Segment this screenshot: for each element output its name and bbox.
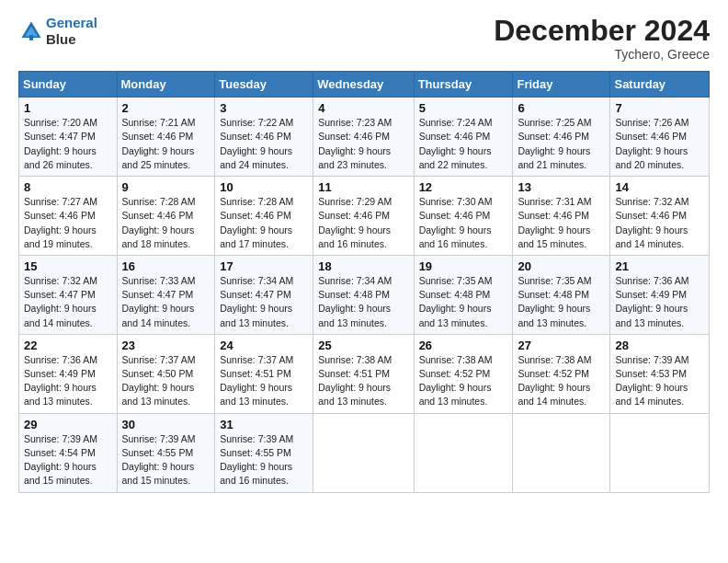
calendar-cell — [610, 413, 710, 492]
logo-icon — [18, 18, 44, 44]
weekday-header-friday: Friday — [513, 72, 610, 98]
calendar-cell: 27 Sunrise: 7:38 AMSunset: 4:52 PMDaylig… — [513, 334, 610, 413]
calendar-cell: 16 Sunrise: 7:33 AMSunset: 4:47 PMDaylig… — [117, 255, 215, 334]
day-info: Sunrise: 7:23 AMSunset: 4:46 PMDaylight:… — [318, 117, 392, 170]
calendar-week-1: 1 Sunrise: 7:20 AMSunset: 4:47 PMDayligh… — [19, 98, 710, 177]
calendar-cell: 21 Sunrise: 7:36 AMSunset: 4:49 PMDaylig… — [610, 255, 710, 334]
calendar-cell: 20 Sunrise: 7:35 AMSunset: 4:48 PMDaylig… — [513, 255, 610, 334]
day-number: 27 — [518, 339, 605, 352]
day-info: Sunrise: 7:28 AMSunset: 4:46 PMDaylight:… — [220, 196, 293, 249]
day-info: Sunrise: 7:38 AMSunset: 4:52 PMDaylight:… — [518, 354, 591, 408]
calendar-cell: 26 Sunrise: 7:38 AMSunset: 4:52 PMDaylig… — [414, 334, 513, 413]
weekday-header-tuesday: Tuesday — [215, 72, 313, 98]
weekday-header-saturday: Saturday — [610, 72, 710, 98]
day-info: Sunrise: 7:33 AMSunset: 4:47 PMDaylight:… — [122, 275, 196, 328]
day-number: 21 — [615, 259, 704, 273]
day-info: Sunrise: 7:39 AMSunset: 4:54 PMDaylight:… — [24, 433, 97, 487]
day-number: 11 — [318, 180, 408, 194]
calendar-table: SundayMondayTuesdayWednesdayThursdayFrid… — [18, 71, 710, 492]
calendar-cell: 29 Sunrise: 7:39 AMSunset: 4:54 PMDaylig… — [19, 413, 118, 492]
title-area: December 2024 Tychero, Greece — [494, 15, 710, 62]
day-number: 3 — [220, 101, 308, 115]
day-info: Sunrise: 7:38 AMSunset: 4:51 PMDaylight:… — [318, 354, 392, 408]
calendar-cell: 5 Sunrise: 7:24 AMSunset: 4:46 PMDayligh… — [414, 98, 513, 177]
day-number: 30 — [122, 418, 210, 431]
svg-rect-2 — [29, 35, 33, 40]
calendar-cell: 12 Sunrise: 7:30 AMSunset: 4:46 PMDaylig… — [414, 177, 513, 256]
calendar-cell: 6 Sunrise: 7:25 AMSunset: 4:46 PMDayligh… — [513, 98, 610, 177]
logo-line1: General — [46, 15, 97, 30]
day-number: 9 — [122, 180, 210, 194]
weekday-header-wednesday: Wednesday — [313, 72, 414, 98]
day-info: Sunrise: 7:39 AMSunset: 4:55 PMDaylight:… — [220, 433, 293, 487]
month-title: December 2024 — [494, 15, 710, 47]
calendar-cell: 3 Sunrise: 7:22 AMSunset: 4:46 PMDayligh… — [215, 98, 313, 177]
day-number: 20 — [518, 259, 605, 273]
calendar-cell: 28 Sunrise: 7:39 AMSunset: 4:53 PMDaylig… — [610, 334, 710, 413]
calendar-cell: 22 Sunrise: 7:36 AMSunset: 4:49 PMDaylig… — [19, 334, 118, 413]
day-info: Sunrise: 7:34 AMSunset: 4:48 PMDaylight:… — [318, 275, 392, 328]
calendar-cell: 24 Sunrise: 7:37 AMSunset: 4:51 PMDaylig… — [215, 334, 313, 413]
weekday-header-monday: Monday — [117, 72, 215, 98]
calendar-cell: 1 Sunrise: 7:20 AMSunset: 4:47 PMDayligh… — [19, 98, 118, 177]
day-info: Sunrise: 7:35 AMSunset: 4:48 PMDaylight:… — [518, 275, 591, 328]
day-number: 14 — [615, 180, 704, 194]
calendar-cell: 13 Sunrise: 7:31 AMSunset: 4:46 PMDaylig… — [513, 177, 610, 256]
logo-line2: Blue — [46, 31, 76, 47]
day-info: Sunrise: 7:29 AMSunset: 4:46 PMDaylight:… — [318, 196, 392, 249]
day-number: 18 — [318, 259, 408, 273]
weekday-header-sunday: Sunday — [19, 72, 118, 98]
day-info: Sunrise: 7:36 AMSunset: 4:49 PMDaylight:… — [615, 275, 688, 328]
calendar-cell: 23 Sunrise: 7:37 AMSunset: 4:50 PMDaylig… — [117, 334, 215, 413]
day-info: Sunrise: 7:36 AMSunset: 4:49 PMDaylight:… — [24, 354, 97, 408]
day-info: Sunrise: 7:28 AMSunset: 4:46 PMDaylight:… — [122, 196, 196, 249]
day-info: Sunrise: 7:34 AMSunset: 4:47 PMDaylight:… — [220, 275, 293, 328]
calendar-cell: 11 Sunrise: 7:29 AMSunset: 4:46 PMDaylig… — [313, 177, 414, 256]
day-info: Sunrise: 7:26 AMSunset: 4:46 PMDaylight:… — [615, 117, 688, 170]
day-info: Sunrise: 7:39 AMSunset: 4:53 PMDaylight:… — [615, 354, 688, 408]
day-info: Sunrise: 7:20 AMSunset: 4:47 PMDaylight:… — [24, 117, 97, 170]
calendar-cell: 25 Sunrise: 7:38 AMSunset: 4:51 PMDaylig… — [313, 334, 414, 413]
calendar-cell — [313, 413, 414, 492]
day-number: 29 — [24, 418, 112, 431]
day-number: 16 — [122, 259, 210, 273]
day-info: Sunrise: 7:38 AMSunset: 4:52 PMDaylight:… — [419, 354, 493, 408]
calendar-cell: 30 Sunrise: 7:39 AMSunset: 4:55 PMDaylig… — [117, 413, 215, 492]
day-info: Sunrise: 7:39 AMSunset: 4:55 PMDaylight:… — [122, 433, 196, 487]
calendar-cell: 14 Sunrise: 7:32 AMSunset: 4:46 PMDaylig… — [610, 177, 710, 256]
day-number: 17 — [220, 259, 308, 273]
calendar-cell — [414, 413, 513, 492]
day-number: 5 — [419, 101, 508, 115]
day-info: Sunrise: 7:24 AMSunset: 4:46 PMDaylight:… — [419, 117, 493, 170]
logo-text: General Blue — [46, 15, 97, 48]
day-info: Sunrise: 7:35 AMSunset: 4:48 PMDaylight:… — [419, 275, 493, 328]
day-number: 19 — [419, 259, 508, 273]
location: Tychero, Greece — [494, 47, 710, 62]
day-info: Sunrise: 7:32 AMSunset: 4:46 PMDaylight:… — [615, 196, 688, 249]
calendar-cell: 19 Sunrise: 7:35 AMSunset: 4:48 PMDaylig… — [414, 255, 513, 334]
day-info: Sunrise: 7:21 AMSunset: 4:46 PMDaylight:… — [122, 117, 196, 170]
calendar-week-5: 29 Sunrise: 7:39 AMSunset: 4:54 PMDaylig… — [19, 413, 710, 492]
day-info: Sunrise: 7:25 AMSunset: 4:46 PMDaylight:… — [518, 117, 591, 170]
calendar-cell: 4 Sunrise: 7:23 AMSunset: 4:46 PMDayligh… — [313, 98, 414, 177]
calendar-cell: 8 Sunrise: 7:27 AMSunset: 4:46 PMDayligh… — [19, 177, 118, 256]
day-number: 24 — [220, 339, 308, 352]
day-number: 1 — [24, 101, 112, 115]
day-info: Sunrise: 7:37 AMSunset: 4:50 PMDaylight:… — [122, 354, 196, 408]
calendar-week-2: 8 Sunrise: 7:27 AMSunset: 4:46 PMDayligh… — [19, 177, 710, 256]
day-number: 8 — [24, 180, 112, 194]
day-number: 15 — [24, 259, 112, 273]
day-number: 26 — [419, 339, 508, 352]
day-info: Sunrise: 7:22 AMSunset: 4:46 PMDaylight:… — [220, 117, 293, 170]
day-number: 7 — [615, 101, 704, 115]
calendar-cell: 15 Sunrise: 7:32 AMSunset: 4:47 PMDaylig… — [19, 255, 118, 334]
day-number: 4 — [318, 101, 408, 115]
calendar-cell: 7 Sunrise: 7:26 AMSunset: 4:46 PMDayligh… — [610, 98, 710, 177]
day-number: 22 — [24, 339, 112, 352]
calendar-cell: 9 Sunrise: 7:28 AMSunset: 4:46 PMDayligh… — [117, 177, 215, 256]
day-info: Sunrise: 7:27 AMSunset: 4:46 PMDaylight:… — [24, 196, 97, 249]
calendar-cell: 18 Sunrise: 7:34 AMSunset: 4:48 PMDaylig… — [313, 255, 414, 334]
day-info: Sunrise: 7:30 AMSunset: 4:46 PMDaylight:… — [419, 196, 493, 249]
day-info: Sunrise: 7:31 AMSunset: 4:46 PMDaylight:… — [518, 196, 591, 249]
day-info: Sunrise: 7:32 AMSunset: 4:47 PMDaylight:… — [24, 275, 97, 328]
